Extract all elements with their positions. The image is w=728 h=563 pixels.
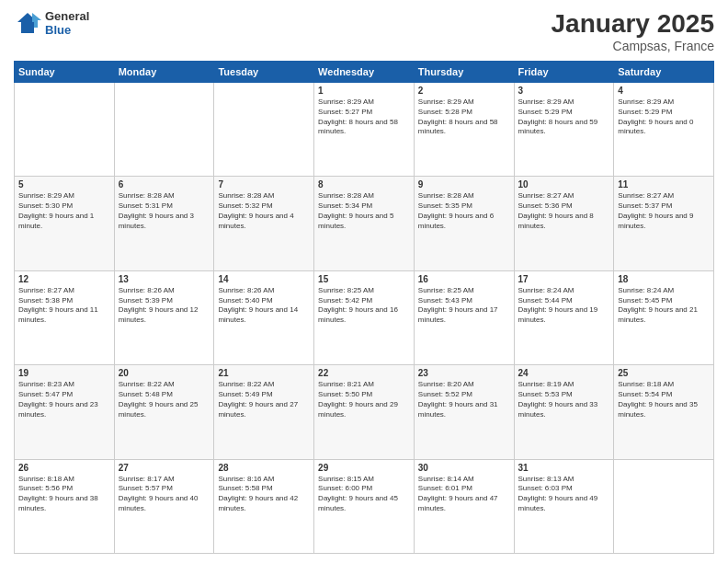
cell-text: Sunrise: 8:29 AMSunset: 5:28 PMDaylight:… (418, 98, 510, 137)
cell-text: Sunrise: 8:20 AMSunset: 5:52 PMDaylight:… (418, 380, 510, 419)
cell-text: Sunrise: 8:18 AMSunset: 5:54 PMDaylight:… (618, 380, 710, 419)
weekday-header: Thursday (414, 62, 514, 83)
calendar-week-row: 19 Sunrise: 8:23 AMSunset: 5:47 PMDaylig… (15, 365, 714, 459)
day-number: 5 (18, 179, 110, 190)
cell-text: Sunrise: 8:28 AMSunset: 5:34 PMDaylight:… (318, 191, 410, 231)
day-number: 15 (318, 274, 410, 284)
cell-text: Sunrise: 8:27 AMSunset: 5:38 PMDaylight:… (18, 286, 110, 326)
day-number: 24 (518, 368, 610, 378)
cell-text: Sunrise: 8:14 AMSunset: 6:01 PMDaylight:… (418, 475, 510, 514)
cell-text: Sunrise: 8:22 AMSunset: 5:49 PMDaylight:… (218, 380, 310, 419)
weekday-header: Sunday (15, 62, 115, 83)
calendar-cell: 20 Sunrise: 8:22 AMSunset: 5:48 PMDaylig… (114, 365, 214, 459)
cell-text: Sunrise: 8:25 AMSunset: 5:43 PMDaylight:… (418, 286, 510, 326)
day-number: 31 (518, 463, 610, 473)
title-area: January 2025 Campsas, France (552, 9, 714, 53)
calendar-cell: 24 Sunrise: 8:19 AMSunset: 5:53 PMDaylig… (514, 365, 614, 459)
calendar-cell: 9 Sunrise: 8:28 AMSunset: 5:35 PMDayligh… (414, 177, 514, 270)
calendar-cell: 7 Sunrise: 8:28 AMSunset: 5:32 PMDayligh… (214, 177, 314, 270)
cell-text: Sunrise: 8:28 AMSunset: 5:32 PMDaylight:… (218, 191, 310, 231)
calendar-cell: 25 Sunrise: 8:18 AMSunset: 5:54 PMDaylig… (614, 365, 714, 459)
cell-text: Sunrise: 8:22 AMSunset: 5:48 PMDaylight:… (119, 380, 210, 419)
calendar-cell: 19 Sunrise: 8:23 AMSunset: 5:47 PMDaylig… (15, 365, 115, 459)
day-number: 13 (119, 274, 210, 284)
calendar-cell (15, 83, 115, 177)
calendar-cell: 29 Sunrise: 8:15 AMSunset: 6:00 PMDaylig… (314, 459, 415, 553)
calendar-cell: 30 Sunrise: 8:14 AMSunset: 6:01 PMDaylig… (414, 459, 514, 553)
cell-text: Sunrise: 8:16 AMSunset: 5:58 PMDaylight:… (218, 475, 310, 514)
calendar-cell: 17 Sunrise: 8:24 AMSunset: 5:44 PMDaylig… (514, 270, 614, 364)
day-number: 25 (618, 368, 710, 378)
cell-text: Sunrise: 8:29 AMSunset: 5:27 PMDaylight:… (318, 98, 410, 137)
page: General Blue January 2025 Campsas, Franc… (0, 0, 728, 563)
calendar-cell: 6 Sunrise: 8:28 AMSunset: 5:31 PMDayligh… (114, 177, 214, 270)
day-number: 16 (418, 274, 510, 284)
calendar-cell: 1 Sunrise: 8:29 AMSunset: 5:27 PMDayligh… (314, 83, 415, 177)
calendar-week-row: 12 Sunrise: 8:27 AMSunset: 5:38 PMDaylig… (15, 270, 714, 364)
cell-text: Sunrise: 8:26 AMSunset: 5:39 PMDaylight:… (119, 286, 210, 326)
logo-blue-label: Blue (45, 23, 89, 37)
cell-text: Sunrise: 8:29 AMSunset: 5:30 PMDaylight:… (18, 191, 110, 231)
calendar-cell: 14 Sunrise: 8:26 AMSunset: 5:40 PMDaylig… (214, 270, 314, 364)
logo-icon (14, 9, 41, 37)
calendar-cell: 2 Sunrise: 8:29 AMSunset: 5:28 PMDayligh… (414, 83, 514, 177)
calendar-cell: 18 Sunrise: 8:24 AMSunset: 5:45 PMDaylig… (614, 270, 714, 364)
day-number: 29 (318, 463, 410, 473)
day-number: 19 (18, 368, 110, 378)
cell-text: Sunrise: 8:26 AMSunset: 5:40 PMDaylight:… (218, 286, 310, 326)
weekday-header: Friday (514, 62, 614, 83)
cell-text: Sunrise: 8:29 AMSunset: 5:29 PMDaylight:… (618, 98, 710, 137)
day-number: 14 (218, 274, 310, 284)
cell-text: Sunrise: 8:28 AMSunset: 5:31 PMDaylight:… (119, 191, 210, 231)
calendar-cell: 16 Sunrise: 8:25 AMSunset: 5:43 PMDaylig… (414, 270, 514, 364)
calendar-cell: 22 Sunrise: 8:21 AMSunset: 5:50 PMDaylig… (314, 365, 415, 459)
logo-general-label: General (45, 9, 89, 23)
cell-text: Sunrise: 8:15 AMSunset: 6:00 PMDaylight:… (318, 475, 410, 514)
day-number: 17 (518, 274, 610, 284)
cell-text: Sunrise: 8:19 AMSunset: 5:53 PMDaylight:… (518, 380, 610, 419)
day-number: 30 (418, 463, 510, 473)
calendar-cell: 31 Sunrise: 8:13 AMSunset: 6:03 PMDaylig… (514, 459, 614, 553)
calendar-cell: 11 Sunrise: 8:27 AMSunset: 5:37 PMDaylig… (614, 177, 714, 270)
day-number: 8 (318, 179, 410, 190)
day-number: 27 (119, 463, 210, 473)
calendar-cell: 8 Sunrise: 8:28 AMSunset: 5:34 PMDayligh… (314, 177, 415, 270)
day-number: 23 (418, 368, 510, 378)
cell-text: Sunrise: 8:28 AMSunset: 5:35 PMDaylight:… (418, 191, 510, 231)
calendar-cell: 15 Sunrise: 8:25 AMSunset: 5:42 PMDaylig… (314, 270, 415, 364)
calendar-cell: 10 Sunrise: 8:27 AMSunset: 5:36 PMDaylig… (514, 177, 614, 270)
day-number: 26 (18, 463, 110, 473)
calendar-cell: 26 Sunrise: 8:18 AMSunset: 5:56 PMDaylig… (15, 459, 115, 553)
calendar-cell (614, 459, 714, 553)
day-number: 20 (119, 368, 210, 378)
location: Campsas, France (552, 39, 714, 53)
day-number: 7 (218, 179, 310, 190)
cell-text: Sunrise: 8:25 AMSunset: 5:42 PMDaylight:… (318, 286, 410, 326)
day-number: 3 (518, 86, 610, 96)
day-number: 22 (318, 368, 410, 378)
calendar-table: SundayMondayTuesdayWednesdayThursdayFrid… (14, 61, 714, 554)
logo-text: General Blue (45, 9, 89, 37)
weekday-header: Monday (114, 62, 214, 83)
header: General Blue January 2025 Campsas, Franc… (14, 9, 714, 53)
weekday-header: Saturday (614, 62, 714, 83)
cell-text: Sunrise: 8:13 AMSunset: 6:03 PMDaylight:… (518, 475, 610, 514)
calendar-cell (114, 83, 214, 177)
calendar-cell: 3 Sunrise: 8:29 AMSunset: 5:29 PMDayligh… (514, 83, 614, 177)
calendar-cell: 23 Sunrise: 8:20 AMSunset: 5:52 PMDaylig… (414, 365, 514, 459)
day-number: 10 (518, 179, 610, 190)
day-number: 1 (318, 86, 410, 96)
day-number: 18 (618, 274, 710, 284)
cell-text: Sunrise: 8:23 AMSunset: 5:47 PMDaylight:… (18, 380, 110, 419)
month-title: January 2025 (552, 9, 714, 39)
day-number: 11 (618, 179, 710, 190)
calendar-cell: 13 Sunrise: 8:26 AMSunset: 5:39 PMDaylig… (114, 270, 214, 364)
calendar-cell: 21 Sunrise: 8:22 AMSunset: 5:49 PMDaylig… (214, 365, 314, 459)
cell-text: Sunrise: 8:18 AMSunset: 5:56 PMDaylight:… (18, 475, 110, 514)
calendar-week-row: 5 Sunrise: 8:29 AMSunset: 5:30 PMDayligh… (15, 177, 714, 270)
calendar-week-row: 26 Sunrise: 8:18 AMSunset: 5:56 PMDaylig… (15, 459, 714, 553)
calendar-cell: 28 Sunrise: 8:16 AMSunset: 5:58 PMDaylig… (214, 459, 314, 553)
calendar-header-row: SundayMondayTuesdayWednesdayThursdayFrid… (15, 62, 714, 83)
weekday-header: Tuesday (214, 62, 314, 83)
cell-text: Sunrise: 8:29 AMSunset: 5:29 PMDaylight:… (518, 98, 610, 137)
